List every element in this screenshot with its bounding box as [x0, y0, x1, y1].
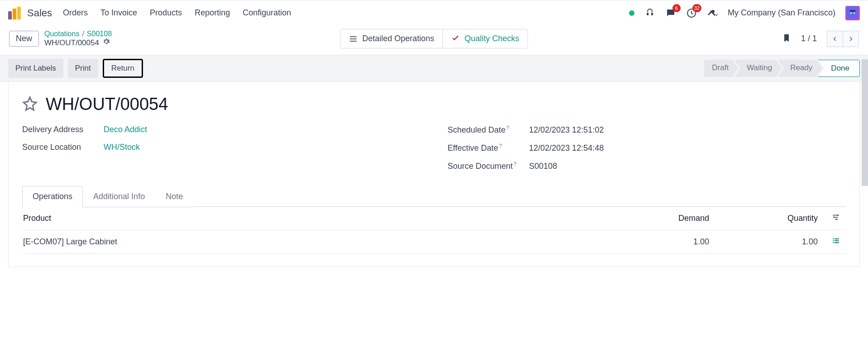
detail-list-icon[interactable] [832, 237, 840, 247]
col-quantity-header: Quantity [736, 214, 827, 223]
scheduled-date-value: 12/02/2023 12:51:02 [529, 125, 604, 135]
activities-icon[interactable]: 32 [686, 8, 697, 19]
table-row[interactable]: [E-COM07] Large Cabinet 1.00 1.00 [22, 230, 846, 254]
bookmark-icon[interactable] [782, 33, 791, 44]
messages-badge: 6 [672, 4, 681, 12]
svg-rect-4 [850, 11, 855, 12]
table-header: Product Demand Quantity [22, 207, 846, 230]
voip-icon[interactable] [644, 8, 655, 19]
presence-indicator [629, 10, 634, 16]
app-logo[interactable] [8, 7, 21, 19]
svg-rect-15 [835, 238, 839, 239]
nav-configuration[interactable]: Configuration [243, 8, 291, 18]
col-product-header: Product [23, 214, 637, 223]
svg-point-11 [837, 215, 839, 216]
source-location-value[interactable]: WH/Stock [104, 143, 140, 152]
svg-rect-19 [835, 242, 839, 243]
messages-icon[interactable]: 6 [665, 8, 676, 19]
pager-prev-button[interactable] [827, 31, 843, 47]
svg-point-12 [833, 217, 835, 218]
main-nav: Orders To Invoice Products Reporting Con… [63, 8, 291, 18]
col-demand-header: Demand [637, 214, 736, 223]
scrollbar[interactable] [862, 59, 868, 186]
delivery-address-label: Delivery Address [22, 125, 104, 134]
detailed-operations-label: Detailed Operations [362, 34, 434, 43]
print-button[interactable]: Print [68, 59, 98, 78]
svg-rect-14 [833, 238, 834, 239]
scheduled-date-label: Scheduled Date? [448, 125, 529, 135]
cell-demand: 1.00 [637, 237, 736, 247]
tab-note[interactable]: Note [155, 186, 193, 207]
cell-quantity: 1.00 [736, 237, 827, 247]
app-name[interactable]: Sales [27, 7, 52, 19]
breadcrumb-order[interactable]: S00108 [87, 30, 112, 38]
source-document-label: Source Document? [448, 161, 529, 171]
effective-date-label: Effective Date? [448, 143, 529, 153]
cell-product: [E-COM07] Large Cabinet [23, 237, 637, 247]
effective-date-value: 12/02/2023 12:54:48 [529, 143, 604, 153]
activities-badge: 32 [692, 4, 701, 12]
svg-rect-7 [350, 41, 357, 42]
company-selector[interactable]: My Company (San Francisco) [728, 8, 835, 18]
tab-operations[interactable]: Operations [22, 186, 83, 207]
status-bar: Draft Waiting Ready Done [704, 60, 860, 77]
print-labels-button[interactable]: Print Labels [8, 59, 63, 78]
status-done[interactable]: Done [818, 60, 860, 77]
new-button[interactable]: New [9, 31, 39, 47]
nav-orders[interactable]: Orders [63, 8, 88, 18]
svg-rect-16 [833, 240, 834, 241]
status-draft[interactable]: Draft [704, 60, 739, 77]
gear-icon[interactable] [103, 38, 110, 48]
breadcrumb-sep: / [82, 30, 84, 38]
tools-icon[interactable] [707, 8, 718, 19]
source-location-label: Source Location [22, 143, 104, 152]
quality-checks-button[interactable]: Quality Checks [443, 29, 528, 48]
delivery-address-value[interactable]: Deco Addict [104, 125, 147, 134]
nav-to-invoice[interactable]: To Invoice [100, 8, 137, 18]
pager-next-button[interactable] [843, 31, 859, 47]
source-document-value: S00108 [529, 162, 557, 171]
filter-icon[interactable] [832, 213, 840, 224]
record-title: WH/OUT/00054 [46, 95, 168, 114]
return-button[interactable]: Return [103, 59, 143, 78]
breadcrumb-root[interactable]: Quotations [44, 30, 79, 38]
nav-reporting[interactable]: Reporting [195, 8, 230, 18]
svg-rect-17 [835, 240, 839, 241]
tab-additional-info[interactable]: Additional Info [83, 186, 155, 207]
breadcrumb-record: WH/OUT/00054 [44, 38, 99, 48]
svg-rect-18 [833, 242, 834, 243]
svg-rect-1 [847, 7, 858, 19]
svg-point-13 [836, 219, 838, 220]
svg-rect-6 [350, 38, 357, 39]
star-icon[interactable] [22, 96, 38, 113]
user-avatar[interactable] [845, 6, 860, 20]
svg-rect-5 [350, 36, 357, 37]
status-ready[interactable]: Ready [777, 60, 822, 77]
pager-text[interactable]: 1 / 1 [801, 34, 817, 43]
nav-products[interactable]: Products [150, 8, 182, 18]
status-waiting[interactable]: Waiting [734, 60, 782, 77]
quality-checks-label: Quality Checks [465, 34, 520, 43]
breadcrumb: Quotations / S00108 WH/OUT/00054 [44, 30, 112, 48]
detailed-operations-button[interactable]: Detailed Operations [340, 29, 442, 48]
